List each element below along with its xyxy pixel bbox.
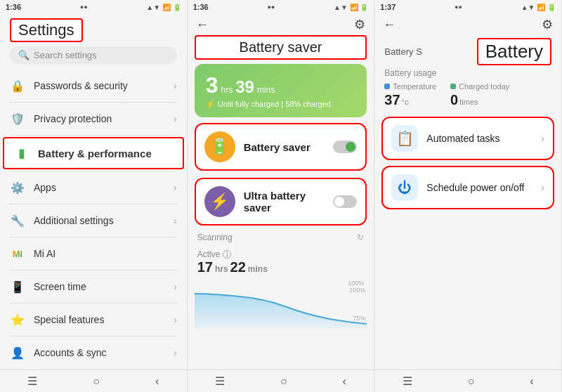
home-btn-3[interactable]: ○ bbox=[468, 375, 475, 388]
charged-dot bbox=[450, 84, 456, 89]
miai-icon: Mi bbox=[10, 246, 25, 261]
apps-icon: ⚙️ bbox=[10, 180, 25, 195]
divider-7 bbox=[10, 303, 177, 303]
status-bar-2: 1:36 ●● ▲▼ 📶 🔋 bbox=[188, 0, 374, 14]
active-mins-label: mins bbox=[248, 264, 268, 274]
battery-top-row: Battery S Battery bbox=[374, 35, 561, 68]
search-icon: 🔍 bbox=[18, 50, 30, 60]
divider-3 bbox=[10, 171, 177, 171]
screentime-label: Screen time bbox=[34, 281, 165, 292]
privacy-label: Privacy protection bbox=[34, 113, 165, 124]
passwords-icon: 🔒 bbox=[10, 78, 25, 93]
toggle-knob-1 bbox=[346, 142, 355, 152]
ultra-saver-toggle[interactable] bbox=[333, 195, 357, 208]
apps-arrow: › bbox=[174, 182, 177, 193]
chart-75-label: 75% bbox=[353, 315, 365, 322]
screentime-icon: 📱 bbox=[10, 279, 25, 294]
charge-mins: 39 bbox=[235, 77, 254, 97]
spacer bbox=[374, 219, 561, 370]
toggle-knob-2 bbox=[334, 197, 344, 207]
toggle-1[interactable] bbox=[333, 141, 357, 153]
feature-automated[interactable]: 📋 Automated tasks › bbox=[381, 117, 554, 160]
settings-item-passwords[interactable]: 🔒 Passwords & security › bbox=[0, 71, 187, 100]
settings-item-privacy[interactable]: 🛡️ Privacy protection › bbox=[0, 104, 187, 133]
back-btn-3[interactable]: ‹ bbox=[530, 375, 533, 388]
temp-value: 37 bbox=[384, 92, 400, 108]
battery-perf-label: Battery & performance bbox=[38, 148, 173, 159]
chart-label-100: 100% bbox=[348, 280, 364, 287]
time-3: 1:37 bbox=[380, 3, 396, 11]
settings-item-apps[interactable]: ⚙️ Apps › bbox=[0, 173, 187, 202]
menu-btn-1[interactable]: ☰ bbox=[27, 374, 37, 388]
battery-usage-label: Battery usage bbox=[374, 68, 561, 78]
scanning-refresh-icon[interactable]: ↻ bbox=[357, 233, 364, 242]
status-dots-1: ●● bbox=[80, 4, 88, 11]
battery-options: 🔋 Battery saver ⚡ Ultra battery saver bbox=[188, 123, 374, 233]
home-btn-1[interactable]: ○ bbox=[93, 375, 100, 388]
back-icon-3[interactable]: ← bbox=[383, 18, 396, 32]
ultra-saver-option[interactable]: ⚡ Ultra battery saver bbox=[195, 178, 367, 226]
battery-detail-panel: 1:37 ●● ▲▼ 📶 🔋 ← ⚙ Battery S Battery Bat… bbox=[374, 0, 562, 392]
bottom-nav-2: ☰ ○ ‹ bbox=[188, 370, 374, 392]
settings-title: Settings bbox=[10, 18, 83, 42]
charged-indicator: Charged today bbox=[450, 82, 509, 91]
divider-1 bbox=[10, 102, 177, 103]
chart-container: 100% 75% bbox=[195, 287, 367, 329]
back-icon-2[interactable]: ← bbox=[196, 18, 209, 32]
menu-btn-3[interactable]: ☰ bbox=[403, 374, 412, 388]
status-dots-3: ●● bbox=[455, 4, 462, 11]
gear-icon-2[interactable]: ⚙ bbox=[354, 17, 365, 32]
feature-schedule[interactable]: ⏻ Schedule power on/off › bbox=[381, 166, 554, 209]
divider-5 bbox=[10, 237, 177, 237]
chart-100-label: 100% bbox=[349, 287, 365, 294]
charge-card: 3 hrs 39 mins ⚡ Until fully charged | 58… bbox=[195, 64, 367, 117]
additional-label: Additional settings bbox=[34, 215, 165, 226]
temp-indicator: Temperature bbox=[384, 82, 436, 91]
divider-4 bbox=[10, 204, 177, 204]
chart-labels: 100% bbox=[195, 280, 367, 287]
time-1: 1:36 bbox=[6, 3, 21, 11]
charged-label: Charged today bbox=[459, 82, 509, 91]
settings-item-screentime[interactable]: 📱 Screen time › bbox=[0, 272, 187, 301]
special-icon: ⭐ bbox=[10, 312, 25, 327]
active-hrs: 17 bbox=[197, 259, 213, 275]
back-btn-2[interactable]: ‹ bbox=[343, 375, 346, 388]
status-bar-3: 1:37 ●● ▲▼ 📶 🔋 bbox=[374, 0, 561, 14]
battery-saver-option[interactable]: 🔋 Battery saver bbox=[195, 123, 367, 171]
back-btn-1[interactable]: ‹ bbox=[155, 375, 159, 388]
active-mins: 22 bbox=[230, 259, 246, 275]
battery-saver-panel: 1:36 ●● ▲▼ 📶 🔋 ← ⚙ Battery saver 3 hrs 3… bbox=[188, 0, 375, 392]
status-icons-1: ▲▼ 📶 🔋 bbox=[146, 4, 181, 11]
accounts-label: Accounts & sync bbox=[34, 347, 165, 358]
temp-unit: °c bbox=[402, 98, 409, 106]
schedule-arrow: › bbox=[541, 182, 544, 193]
menu-btn-2[interactable]: ☰ bbox=[215, 374, 225, 388]
scanning-section: Scanning ↻ bbox=[188, 233, 374, 245]
passwords-arrow: › bbox=[174, 80, 177, 91]
battery-saver-toggle[interactable] bbox=[333, 141, 357, 153]
settings-item-additional[interactable]: 🔧 Additional settings › bbox=[0, 206, 187, 235]
ultra-saver-icon: ⚡ bbox=[204, 186, 235, 217]
active-hrs-label: hrs bbox=[215, 264, 228, 274]
settings-item-miai[interactable]: Mi Mi AI bbox=[0, 239, 187, 268]
apps-label: Apps bbox=[34, 182, 165, 193]
home-btn-2[interactable]: ○ bbox=[280, 375, 287, 388]
toggle-2[interactable] bbox=[333, 195, 357, 208]
settings-item-accounts[interactable]: 👤 Accounts & sync › bbox=[0, 338, 187, 367]
charge-hrs-label: hrs bbox=[221, 85, 233, 95]
search-bar[interactable]: 🔍 Search settings bbox=[10, 46, 177, 64]
panel3-header: ← ⚙ bbox=[374, 14, 561, 35]
charge-hrs: 3 bbox=[206, 72, 218, 98]
settings-item-special[interactable]: ⭐ Special features › bbox=[0, 305, 187, 334]
stat-charged: Charged today 0 times bbox=[450, 82, 509, 108]
settings-list: 🔒 Passwords & security › 🛡️ Privacy prot… bbox=[0, 71, 187, 370]
divider-6 bbox=[10, 270, 177, 270]
scanning-label: Scanning ↻ bbox=[197, 233, 365, 242]
battery-saver-title: Battery saver bbox=[240, 39, 322, 55]
charge-time: 3 hrs 39 mins bbox=[206, 72, 356, 98]
screentime-arrow: › bbox=[174, 281, 177, 292]
temp-value-row: 37 °c bbox=[384, 92, 436, 108]
temp-label: Temperature bbox=[393, 82, 436, 91]
gear-icon-3[interactable]: ⚙ bbox=[542, 17, 553, 32]
settings-item-battery[interactable]: ▮ Battery & performance bbox=[3, 137, 184, 169]
